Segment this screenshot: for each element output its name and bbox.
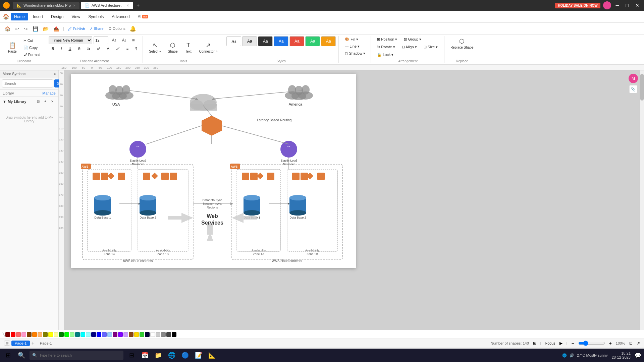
add-tab-button[interactable]: + — [135, 2, 142, 8]
color-orange[interactable] — [32, 332, 37, 337]
font-size-input[interactable] — [94, 36, 108, 44]
menu-insert[interactable]: Insert — [30, 13, 46, 20]
position-button[interactable]: ⊞ Position ▾ — [374, 36, 400, 43]
menu-advanced[interactable]: Advanced — [108, 13, 133, 20]
panel-tool-1[interactable]: 📎 — [629, 85, 637, 93]
style-4[interactable]: Aa — [274, 36, 288, 46]
close-button[interactable]: ✕ — [633, 3, 641, 8]
line-button[interactable]: — Line ▾ — [342, 43, 368, 50]
calendar-app-icon[interactable]: 📅 — [140, 350, 150, 361]
list-button[interactable]: ≡ — [124, 46, 131, 52]
expand-icon[interactable]: ▼ — [3, 100, 6, 104]
holiday-sale-button[interactable]: HOLIDAY SALE ON NOW — [555, 3, 600, 8]
undo-button[interactable]: ↩ — [13, 25, 21, 33]
font-family-selector[interactable]: Times New Roman — [49, 36, 92, 44]
taskbar-search-input[interactable] — [39, 353, 106, 357]
size-button[interactable]: ⊞ Size ▾ — [421, 44, 441, 50]
options-button[interactable]: ⚙ Options — [106, 25, 127, 32]
color-dark-gray[interactable] — [166, 332, 171, 337]
color-pink[interactable] — [21, 332, 26, 337]
font-color-button[interactable]: A — [104, 46, 112, 52]
lock-button[interactable]: 🔒 Lock ▾ — [374, 52, 396, 58]
color-light-green[interactable] — [70, 332, 74, 337]
notification-icon[interactable]: 🔔 — [129, 25, 136, 32]
color-dark-purple[interactable] — [113, 332, 117, 337]
menu-design[interactable]: Design — [48, 13, 67, 20]
taskbar-search-box[interactable]: 🔍 — [30, 351, 123, 360]
shape-tool-button[interactable]: ⬡ Shape — [165, 40, 180, 55]
tab-edrawmax[interactable]: 📐 Wondershare EdrawMax Pro ✕ — [13, 2, 79, 9]
page-tab[interactable]: Page-1 — [11, 341, 30, 346]
color-green[interactable] — [64, 332, 69, 337]
color-purple[interactable] — [118, 332, 123, 337]
manage-link[interactable]: Manage — [42, 91, 56, 95]
style-5[interactable]: Aa — [289, 36, 304, 46]
font-size-increase-button[interactable]: A↑ — [110, 37, 118, 44]
new-library-button[interactable]: ⊡ — [35, 98, 42, 105]
new-button[interactable]: 🏠 — [3, 25, 12, 33]
color-light-orange[interactable] — [38, 332, 42, 337]
color-dark-orange[interactable] — [27, 332, 32, 337]
menu-home[interactable]: Home — [11, 13, 28, 20]
word-icon[interactable]: 📝 — [193, 350, 204, 361]
notification-center[interactable]: 💬 — [635, 352, 641, 359]
text-tool-button[interactable]: T Text — [182, 41, 195, 55]
search-input[interactable] — [2, 79, 53, 87]
color-light-purple[interactable] — [123, 332, 128, 337]
menu-ai[interactable]: AI hot — [135, 13, 151, 20]
style-normal[interactable]: Aa — [226, 36, 241, 46]
expand-button[interactable]: ↗ — [637, 341, 640, 346]
highlight-button[interactable]: 🖊 — [113, 46, 122, 52]
color-dark-blue[interactable] — [91, 332, 96, 337]
edge-browser-icon[interactable]: 🌐 — [166, 350, 177, 361]
color-dark-yellow[interactable] — [43, 332, 48, 337]
color-dark-red[interactable] — [5, 332, 10, 337]
color-red[interactable] — [11, 332, 15, 337]
save-button[interactable]: 💾 — [31, 25, 40, 33]
share-button[interactable]: ↗ Share — [88, 25, 105, 32]
user-avatar[interactable] — [603, 1, 611, 9]
style-2[interactable]: Aa — [242, 36, 257, 46]
zoom-in-button[interactable]: + — [609, 341, 612, 346]
underline-button[interactable]: U — [66, 46, 74, 52]
group-button[interactable]: ⊡ Group ▾ — [401, 36, 424, 43]
add-to-library-button[interactable]: + — [42, 98, 48, 105]
connector-tool-button[interactable]: ↗ Connector > — [197, 40, 220, 55]
italic-button[interactable]: I — [58, 46, 64, 52]
edrawmax-icon[interactable]: M — [629, 74, 638, 83]
color-light-yellow[interactable] — [54, 332, 58, 337]
color-dark-green[interactable] — [59, 332, 64, 337]
chrome-icon[interactable]: 🔵 — [180, 350, 191, 361]
task-view-button[interactable]: ⊟ — [126, 350, 137, 361]
tab-aws-close[interactable]: ✕ — [126, 4, 129, 7]
publish-button[interactable]: 🖊 Publish — [66, 25, 87, 32]
canvas-area[interactable]: 60 70 80 90 100 110 120 130 140 150 160 … — [59, 70, 644, 330]
color-gray[interactable] — [161, 332, 166, 337]
style-7[interactable]: Aa — [321, 36, 336, 46]
color-gold[interactable] — [134, 332, 139, 337]
tab-edrawmax-close[interactable]: ✕ — [73, 4, 75, 7]
add-page-button[interactable]: + — [31, 340, 34, 346]
align-arrange-button[interactable]: ⊟ Align ▾ — [399, 44, 420, 50]
color-cyan[interactable] — [80, 332, 85, 337]
vertical-scrollbar[interactable] — [639, 70, 644, 330]
export-button[interactable]: 📤 — [51, 25, 61, 33]
edrawmax-taskbar-icon[interactable]: 📐 — [207, 350, 217, 361]
scroll-thumb[interactable] — [640, 74, 644, 101]
cut-button[interactable]: ✂ Cut — [21, 38, 43, 44]
color-black[interactable] — [172, 332, 176, 337]
search-task-icon[interactable]: 🔍 — [16, 350, 27, 361]
strikethrough-button[interactable]: S — [75, 46, 83, 52]
minimize-button[interactable]: ─ — [614, 3, 621, 8]
color-medium-blue[interactable] — [102, 332, 107, 337]
bold-button[interactable]: B — [49, 46, 57, 52]
select-tool-button[interactable]: ↖ Select ~ — [146, 40, 164, 55]
style-3[interactable]: Aa — [258, 36, 273, 46]
start-button[interactable]: ⊞ — [3, 350, 13, 361]
fullscreen-button[interactable]: ⊡ — [629, 341, 633, 346]
zoom-out-button[interactable]: − — [571, 341, 574, 346]
font-size-decrease-button[interactable]: A↓ — [120, 37, 129, 44]
rotate-button[interactable]: ↻ Rotate ▾ — [374, 44, 398, 50]
color-yellow[interactable] — [48, 332, 53, 337]
import-button[interactable]: 📂 — [41, 25, 51, 33]
